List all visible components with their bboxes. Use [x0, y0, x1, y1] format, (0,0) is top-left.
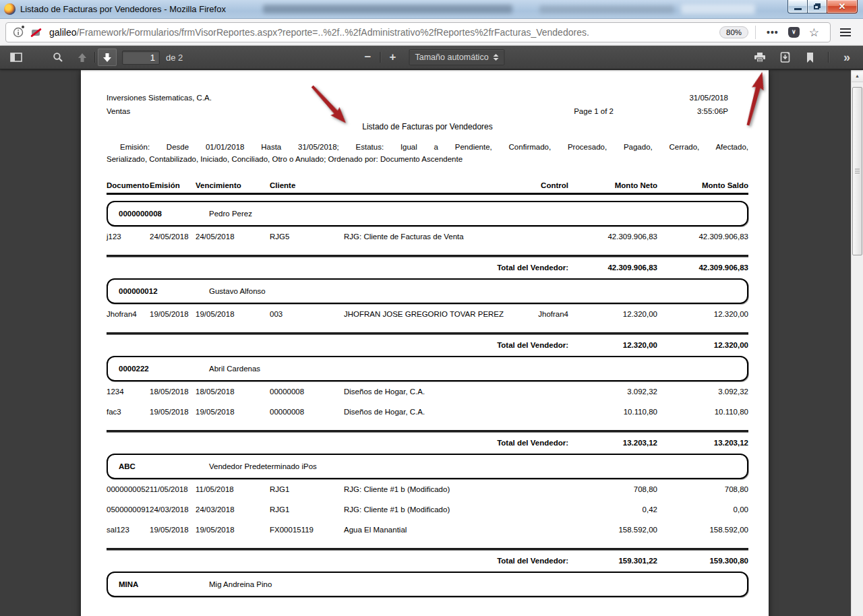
urlbar-divider	[755, 26, 756, 39]
scrollbar-thumb[interactable]	[852, 87, 862, 255]
search-icon[interactable]	[49, 49, 67, 66]
cell-vencimiento: 18/05/2018	[196, 388, 270, 396]
minimize-button[interactable]	[787, 0, 808, 13]
print-icon[interactable]	[750, 49, 769, 66]
vendor-rows: j123 24/05/2018 24/05/2018 RJG5 RJG: Cli…	[107, 226, 748, 247]
vendor-group: MINA Mig Andreina Pino	[107, 572, 748, 597]
total-rule	[107, 430, 748, 432]
vendor-total-row: Total del Vendedor: 159.301,22 159.300,8…	[107, 556, 748, 565]
vendor-total-row: Total del Vendedor: 42.309.906,83 42.309…	[107, 263, 748, 272]
page-actions-icon[interactable]: •••	[767, 27, 779, 38]
download-icon[interactable]	[775, 49, 794, 66]
report-company: Inversiones Sistematicas, C.A.	[107, 93, 614, 102]
col-emision: Emisión	[150, 181, 196, 190]
cell-monto-saldo: 42.309.906,83	[657, 233, 748, 241]
col-control: Control	[508, 181, 568, 190]
invoice-row: Jhofran4 19/05/2018 19/05/2018 003 JHOFR…	[107, 304, 748, 324]
sidebar-toggle-icon[interactable]	[7, 49, 26, 66]
cell-monto-neto: 0,42	[568, 505, 657, 514]
pdf-toolbar: de 2 − + Tamaño automático »	[0, 46, 863, 69]
invoice-row: fac3 19/05/2018 19/05/2018 00000008 Dise…	[107, 402, 748, 422]
previous-page-icon[interactable]	[73, 49, 92, 66]
vendor-code: 0000222	[119, 365, 149, 373]
close-icon: ✕	[839, 1, 846, 11]
cell-documento: Jhofran4	[107, 310, 150, 319]
site-identity-icon[interactable]	[13, 27, 24, 38]
vendor-group: 0000222 Abril Cardenas 1234 18/05/2018 1…	[107, 356, 748, 448]
restore-button[interactable]	[808, 0, 827, 13]
col-monto-saldo: Monto Saldo	[657, 181, 748, 190]
cell-control: Jhofran4	[508, 310, 568, 319]
cell-cliente-nombre: Diseños de Hogar, C.A.	[344, 388, 508, 396]
cell-cliente-codigo: 00000008	[270, 388, 344, 396]
report-time: 3:55:06P	[653, 106, 728, 116]
zoom-level-select[interactable]: Tamaño automático	[409, 49, 505, 65]
cell-emision: 24/03/2018	[150, 505, 196, 514]
cell-cliente-nombre: Diseños de Hogar, C.A.	[344, 408, 508, 417]
cell-emision: 11/05/2018	[150, 485, 196, 494]
zoom-out-icon[interactable]: −	[359, 49, 378, 66]
toolbar-divider	[380, 52, 381, 63]
total-saldo: 159.300,80	[657, 556, 748, 565]
pocket-icon[interactable]: ∨	[788, 27, 800, 38]
col-documento: Documento	[107, 181, 150, 190]
cell-emision: 19/05/2018	[150, 310, 196, 319]
background-window-blur	[539, 5, 674, 13]
vendor-name: Vendedor Predeterminado iPos	[209, 462, 317, 470]
scrollbar-up-icon[interactable]: ▲	[852, 70, 863, 82]
cell-monto-saldo: 12.320,00	[657, 310, 748, 319]
report-groups: 0000000008 Pedro Perez j123 24/05/2018 2…	[107, 201, 748, 597]
cell-documento: fac3	[107, 408, 150, 417]
blocked-plugin-icon[interactable]	[30, 28, 41, 37]
invoice-row: 0500000091 24/03/2018 24/03/2018 RJG1 RJ…	[107, 499, 748, 520]
vendor-header-box: 0000000008 Pedro Perez	[107, 201, 748, 226]
zoom-in-icon[interactable]: +	[384, 49, 403, 66]
vendor-name: Mig Andreina Pino	[209, 580, 272, 588]
page-number-input[interactable]	[122, 51, 160, 65]
total-saldo: 42.309.906,83	[657, 263, 748, 272]
total-rule	[107, 255, 748, 257]
cell-cliente-codigo: RJG1	[270, 505, 344, 514]
col-cliente: Cliente	[270, 181, 508, 190]
cell-documento: 0500000091	[107, 505, 150, 514]
firefox-icon	[4, 3, 16, 15]
pdf-page: Inversiones Sistematicas, C.A. 31/05/201…	[81, 70, 769, 616]
window-titlebar: Listado de Facturas por Vendedores - Moz…	[0, 0, 863, 19]
cell-emision: 24/05/2018	[150, 233, 196, 241]
vendor-total-row: Total del Vendedor: 12.320,00 12.320,00	[107, 340, 748, 350]
vendor-group: 000000012 Gustavo Alfonso Jhofran4 19/05…	[107, 278, 748, 350]
vendor-total-row: Total del Vendedor: 13.203,12 13.203,12	[107, 438, 748, 448]
background-window-blur	[263, 5, 512, 13]
more-tools-icon[interactable]: »	[837, 49, 856, 66]
cell-emision: 19/05/2018	[150, 408, 196, 417]
url-path: /Framework/Formularios/frmVisorReportes.…	[76, 27, 589, 38]
total-neto: 13.203,12	[568, 438, 657, 448]
zoom-indicator[interactable]: 80%	[719, 26, 748, 38]
report-date: 31/05/2018	[653, 93, 728, 102]
col-vencimiento: Vencimiento	[196, 181, 270, 190]
bookmark-icon[interactable]	[800, 49, 819, 66]
cell-monto-saldo: 10.110,80	[657, 408, 748, 417]
bookmark-star-icon[interactable]: ☆	[809, 27, 819, 38]
cell-documento: 1234	[107, 388, 150, 396]
next-page-icon[interactable]	[98, 49, 117, 66]
vendor-code: 0000000008	[119, 210, 162, 218]
report-title: Listado de Facturas por Vendedores	[107, 122, 748, 131]
url-bar[interactable]: galileo/Framework/Formularios/frmVisorRe…	[5, 22, 831, 42]
vendor-name: Abril Cardenas	[209, 365, 260, 373]
vendor-name: Gustavo Alfonso	[209, 287, 266, 295]
cell-vencimiento: 19/05/2018	[196, 526, 270, 534]
cell-monto-saldo: 0,00	[657, 505, 748, 514]
hamburger-menu-icon[interactable]	[836, 24, 855, 40]
zoom-level-value: Tamaño automático	[415, 53, 489, 62]
cell-cliente-nombre: RJG: Cliente #1 b (Modificado)	[344, 505, 508, 514]
cell-cliente-nombre: RJG: Cliente #1 b (Modificado)	[344, 485, 508, 494]
close-button[interactable]: ✕	[827, 0, 858, 13]
vendor-rows: 1234 18/05/2018 18/05/2018 00000008 Dise…	[107, 381, 748, 422]
toolbar-divider	[94, 52, 95, 63]
cell-monto-neto: 10.110,80	[568, 408, 657, 417]
cell-documento: j123	[107, 233, 150, 241]
total-label: Total del Vendedor:	[107, 556, 568, 565]
cell-cliente-codigo: 00000008	[270, 408, 344, 417]
vertical-scrollbar[interactable]: ▲	[851, 70, 863, 616]
